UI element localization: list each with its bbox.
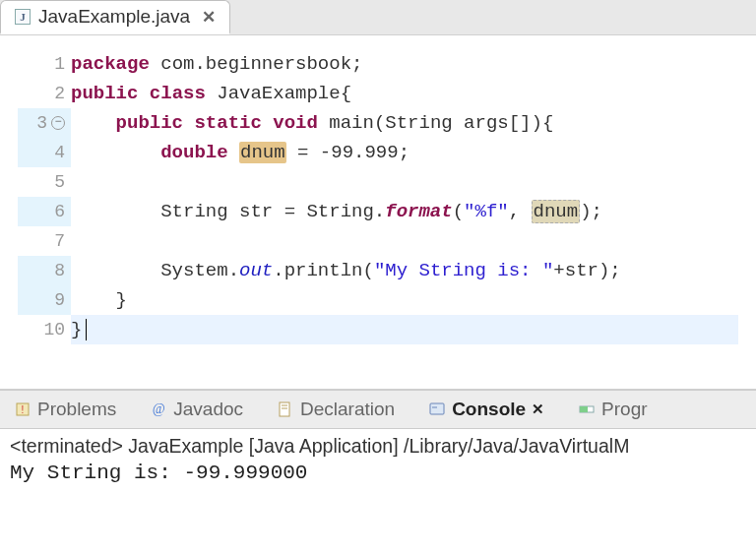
code-line[interactable]: [71, 167, 738, 197]
console-status: <terminated> JavaExample [Java Applicati…: [0, 429, 756, 458]
gutter-line: 4: [18, 138, 71, 167]
tab-label: Javadoc: [173, 399, 243, 420]
svg-rect-8: [580, 406, 588, 412]
gutter-line: 6: [18, 197, 71, 226]
code-line[interactable]: public class JavaExample{: [71, 79, 738, 108]
code-line-current[interactable]: }: [71, 315, 738, 344]
tab-label: Declaration: [300, 399, 395, 420]
tab-javadoc[interactable]: @ Javadoc: [142, 395, 251, 424]
code-line[interactable]: [71, 226, 738, 256]
tab-progress[interactable]: Progr: [570, 395, 655, 424]
code-area[interactable]: package com.beginnersbook; public class …: [71, 49, 738, 371]
code-line[interactable]: public static void main(String args[]){: [71, 108, 738, 138]
console-icon: [428, 401, 446, 418]
gutter-line: 9: [18, 285, 71, 315]
svg-rect-5: [430, 403, 444, 414]
text-cursor: [86, 319, 87, 340]
gutter-line: 10: [18, 315, 71, 344]
gutter: 1 2 3− 4 5 6 7 8 9 10: [18, 49, 71, 371]
variable-dnum-ref: dnum: [532, 200, 581, 223]
code-line[interactable]: String str = String.format("%f", dnum);: [71, 197, 738, 226]
javadoc-icon: @: [150, 401, 167, 418]
gutter-line: 1: [18, 49, 71, 79]
close-icon[interactable]: ✕: [202, 7, 216, 28]
code-line[interactable]: double dnum = -99.999;: [71, 138, 738, 167]
fold-icon[interactable]: −: [51, 116, 65, 130]
code-line[interactable]: System.out.println("My String is: "+str)…: [71, 256, 738, 285]
close-icon[interactable]: ✕: [532, 401, 544, 418]
problems-icon: !: [14, 401, 32, 418]
tab-declaration[interactable]: Declaration: [269, 395, 403, 424]
gutter-line: 7: [18, 226, 71, 256]
tab-label: Problems: [37, 399, 116, 420]
tab-problems[interactable]: ! Problems: [6, 395, 124, 424]
editor-tab-bar: J JavaExample.java ✕: [0, 0, 756, 35]
gutter-line: 8: [18, 256, 71, 285]
tab-console[interactable]: Console ✕: [420, 395, 552, 424]
java-file-icon: J: [15, 9, 31, 25]
declaration-icon: [277, 401, 294, 418]
editor-tab-javaexample[interactable]: J JavaExample.java ✕: [0, 0, 230, 34]
tab-label: Progr: [601, 399, 647, 420]
gutter-line: 2: [18, 79, 71, 108]
progress-icon: [578, 401, 596, 418]
console-output[interactable]: My String is: -99.999000: [0, 458, 756, 484]
code-line[interactable]: }: [71, 285, 738, 315]
svg-rect-2: [280, 402, 289, 416]
code-editor[interactable]: 1 2 3− 4 5 6 7 8 9 10 package com.beginn…: [0, 35, 756, 390]
code-line[interactable]: package com.beginnersbook;: [71, 49, 738, 79]
tab-filename: JavaExample.java: [38, 6, 190, 28]
variable-dnum: dnum: [239, 142, 286, 163]
gutter-line: 5: [18, 167, 71, 197]
gutter-line: 3−: [18, 108, 71, 138]
tab-label: Console: [452, 399, 526, 420]
bottom-tab-bar: ! Problems @ Javadoc Declaration Console…: [0, 390, 756, 429]
svg-text:!: !: [22, 404, 25, 415]
